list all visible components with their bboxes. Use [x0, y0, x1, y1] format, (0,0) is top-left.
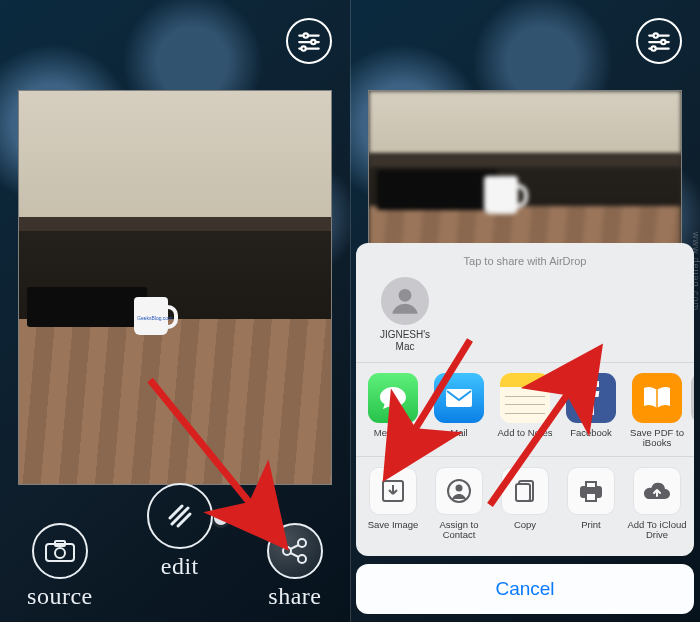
share-button[interactable]: share [267, 523, 323, 610]
svg-line-9 [172, 508, 188, 524]
airdrop-hint: Tap to share with AirDrop [356, 253, 694, 273]
svg-rect-31 [516, 484, 530, 501]
share-app-more[interactable]: iC [690, 373, 694, 450]
save-image-icon [380, 478, 406, 504]
svg-point-14 [298, 555, 306, 563]
action-print[interactable]: Print [558, 467, 624, 542]
share-icon [280, 536, 310, 566]
book-icon [641, 385, 673, 411]
share-apps-row[interactable]: Message Mail [356, 363, 694, 457]
airdrop-target-label: JIGNESH's Mac [370, 329, 440, 352]
contact-icon [446, 478, 472, 504]
photo-preview[interactable]: GeeksBlog.com [18, 90, 332, 485]
svg-point-19 [654, 33, 658, 37]
facebook-icon [578, 381, 604, 415]
svg-point-5 [301, 46, 305, 50]
camera-icon [45, 540, 75, 562]
svg-rect-34 [586, 493, 596, 501]
svg-point-24 [399, 289, 412, 302]
action-copy[interactable]: Copy [492, 467, 558, 542]
ios-share-sheet: Tap to share with AirDrop JIGNESH's Mac [356, 243, 694, 614]
share-app-message[interactable]: Message [360, 373, 426, 450]
share-app-mail[interactable]: Mail [426, 373, 492, 450]
edit-label: edit [161, 553, 199, 580]
mug-label: GeeksBlog.com [137, 315, 172, 321]
person-icon [381, 277, 429, 325]
copy-icon [513, 478, 537, 504]
share-label: share [268, 583, 321, 610]
svg-point-29 [456, 485, 463, 492]
sliders-icon [296, 28, 322, 54]
editor-screen: GeeksBlog.com source [0, 0, 350, 622]
cancel-button[interactable]: Cancel [356, 564, 694, 614]
cloud-upload-icon [642, 481, 672, 501]
airdrop-row: JIGNESH's Mac [356, 273, 694, 363]
airdrop-target[interactable]: JIGNESH's Mac [370, 277, 440, 352]
edit-button[interactable]: edit [147, 483, 213, 580]
print-icon [578, 479, 604, 503]
svg-point-13 [298, 539, 306, 547]
action-save-image[interactable]: Save Image [360, 467, 426, 542]
share-app-notes[interactable]: Add to Notes [492, 373, 558, 450]
share-app-facebook[interactable]: Facebook [558, 373, 624, 450]
svg-point-3 [311, 40, 315, 44]
svg-point-12 [283, 547, 291, 555]
bottom-toolbar: source edit [0, 513, 350, 610]
svg-point-1 [304, 33, 308, 37]
share-actions-row[interactable]: Save Image Assign to Contact Copy Print [356, 457, 694, 548]
adjustments-button[interactable] [636, 18, 682, 64]
share-sheet-screen: Tap to share with AirDrop JIGNESH's Mac [350, 0, 700, 622]
svg-rect-33 [586, 482, 596, 488]
svg-point-23 [651, 46, 655, 50]
svg-point-8 [55, 548, 65, 558]
sliders-icon [646, 28, 672, 54]
watermark: www.deuag.com [691, 232, 700, 311]
action-assign-contact[interactable]: Assign to Contact [426, 467, 492, 542]
svg-point-21 [661, 40, 665, 44]
svg-line-15 [290, 545, 298, 549]
action-icloud-drive[interactable]: Add To iCloud Drive [624, 467, 690, 542]
svg-line-16 [290, 553, 298, 557]
panel-divider [350, 0, 351, 622]
mail-icon [444, 387, 474, 409]
adjustments-button[interactable] [286, 18, 332, 64]
source-label: source [27, 583, 93, 610]
message-icon [378, 385, 408, 411]
stripes-icon [162, 498, 198, 534]
share-app-ibooks[interactable]: Save PDF to iBooks [624, 373, 690, 450]
svg-rect-25 [446, 389, 472, 407]
source-button[interactable]: source [27, 523, 93, 610]
